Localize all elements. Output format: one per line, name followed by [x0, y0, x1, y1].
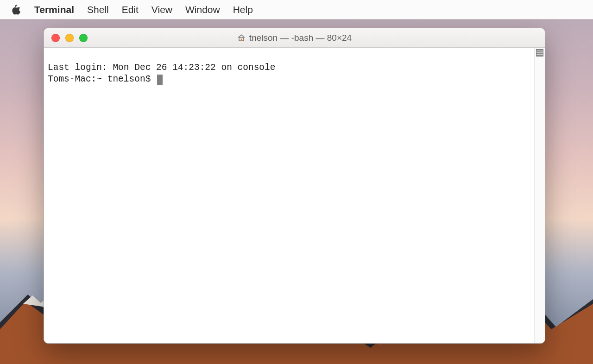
scrollbar[interactable]	[534, 48, 545, 343]
terminal-body: Last login: Mon Dec 26 14:23:22 on conso…	[44, 48, 545, 343]
traffic-lights	[44, 34, 88, 42]
terminal-content[interactable]: Last login: Mon Dec 26 14:23:22 on conso…	[44, 48, 534, 343]
apple-logo-icon[interactable]	[10, 4, 21, 15]
terminal-prompt: Toms-Mac:~ tnelson$	[48, 74, 156, 85]
svg-rect-0	[239, 38, 244, 41]
window-title: tnelson — -bash — 80×24	[44, 33, 545, 43]
menu-shell[interactable]: Shell	[87, 4, 109, 15]
zoom-button[interactable]	[79, 34, 88, 42]
menu-bar: Terminal Shell Edit View Window Help	[0, 0, 593, 19]
terminal-window: tnelson — -bash — 80×24 Last login: Mon …	[44, 28, 545, 344]
menu-view[interactable]: View	[151, 4, 172, 15]
window-titlebar[interactable]: tnelson — -bash — 80×24	[44, 28, 545, 48]
scroll-position-icon	[536, 49, 543, 56]
menu-app-name[interactable]: Terminal	[34, 4, 74, 15]
menu-edit[interactable]: Edit	[122, 4, 139, 15]
menu-help[interactable]: Help	[233, 4, 253, 15]
svg-rect-1	[241, 38, 242, 41]
close-button[interactable]	[51, 34, 60, 42]
terminal-cursor	[157, 75, 163, 85]
home-icon	[237, 34, 246, 42]
terminal-last-login: Last login: Mon Dec 26 14:23:22 on conso…	[48, 63, 275, 73]
minimize-button[interactable]	[65, 34, 74, 42]
window-title-text: tnelson — -bash — 80×24	[249, 33, 352, 43]
menu-window[interactable]: Window	[185, 4, 220, 15]
